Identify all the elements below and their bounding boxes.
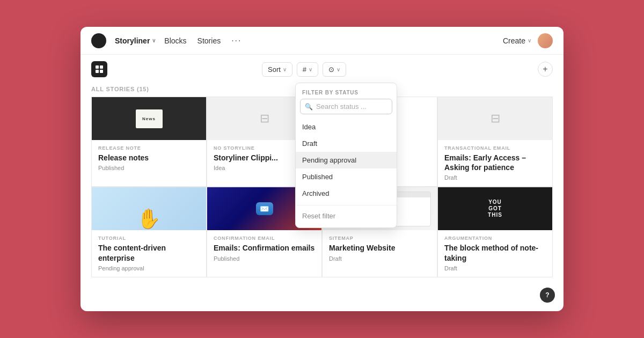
typewriter-img: News: [92, 97, 206, 140]
card-category: Transactional Email: [444, 145, 546, 151]
image-placeholder-icon: ⊟: [260, 112, 269, 126]
card-argumentation[interactable]: YOUGOTTHIS Argumentation The block metho…: [437, 187, 553, 277]
search-icon: 🔍: [305, 103, 313, 111]
card-image-typewriter: News: [92, 97, 206, 140]
logo: [91, 33, 106, 48]
card-category: Argumentation: [444, 236, 546, 241]
card-release-notes[interactable]: News Release Note Release notes Publishe…: [91, 97, 207, 187]
card-status: Pending approval: [98, 265, 200, 271]
grid-icon: [96, 65, 103, 73]
filter-item-draft[interactable]: Draft: [296, 135, 397, 152]
nav-item-stories[interactable]: Stories: [197, 36, 221, 45]
card-title: Marketing Website: [329, 243, 430, 253]
hash-label: #: [303, 65, 306, 74]
filter-item-idea[interactable]: Idea: [296, 119, 397, 135]
header-nav: Blocks Stories ···: [164, 36, 494, 46]
search-input[interactable]: [316, 102, 387, 111]
toolbar: Sort ∨ # ∨ ⊙ ∨ + Filter by status 🔍 Idea…: [80, 55, 564, 84]
card-status: Draft: [329, 255, 430, 262]
dropdown-divider: [296, 205, 397, 205]
status-chevron-icon: ∨: [336, 67, 340, 72]
brand-name: Storyliner: [115, 36, 150, 45]
card-category: Release Note: [98, 145, 200, 151]
filter-item-archived[interactable]: Archived: [296, 185, 397, 202]
card-status: Draft: [444, 265, 546, 271]
create-button[interactable]: Create ∨: [503, 36, 531, 45]
filter-item-published[interactable]: Published: [296, 168, 397, 185]
create-label: Create: [503, 36, 525, 45]
image-placeholder-icon: ⊟: [491, 112, 500, 126]
card-tutorial[interactable]: ✋ Tutorial The content-driven enterprise…: [91, 187, 207, 277]
hash-filter-button[interactable]: # ∨: [297, 62, 318, 77]
card-title: The content-driven enterprise: [98, 243, 200, 262]
ygt-text: YOUGOTTHIS: [488, 199, 502, 218]
create-chevron-icon: ∨: [528, 38, 531, 43]
header-right: Create ∨: [503, 33, 553, 48]
card-status: Published: [98, 165, 200, 171]
add-button[interactable]: +: [538, 62, 553, 77]
filter-dropdown: Filter by status 🔍 Idea Draft Pending ap…: [295, 83, 397, 228]
card-category: Sitemap: [329, 236, 430, 241]
card-image-hand: ✋: [92, 187, 206, 230]
card-category: Tutorial: [98, 236, 200, 241]
help-button[interactable]: ?: [540, 288, 555, 303]
search-container: 🔍: [300, 99, 392, 114]
card-title: Emails: Early Access – Asking for patien…: [444, 153, 546, 172]
sort-chevron-icon: ∨: [283, 67, 287, 72]
hash-chevron-icon: ∨: [309, 67, 312, 72]
grid-view-button[interactable]: [91, 61, 107, 77]
app-window: Storyliner ∨ Blocks Stories ··· Create ∨: [80, 27, 564, 311]
sort-button[interactable]: Sort ∨: [262, 62, 292, 77]
card-image-ygt: YOUGOTTHIS: [438, 187, 552, 230]
hand-icon: ✋: [137, 208, 161, 230]
card-image-transactional: ⊟: [438, 97, 552, 140]
brand[interactable]: Storyliner ∨: [115, 36, 156, 45]
card-body-transactional: Transactional Email Emails: Early Access…: [438, 140, 552, 186]
dropdown-header: Filter by status: [296, 83, 397, 99]
toolbar-filters: Sort ∨ # ∨ ⊙ ∨: [262, 62, 346, 77]
status-filter-icon: ⊙: [328, 65, 334, 74]
brand-chevron-icon: ∨: [152, 38, 156, 43]
reset-filter-button[interactable]: Reset filter: [296, 209, 397, 223]
filter-item-pending[interactable]: Pending approval: [296, 152, 397, 168]
card-transactional-email[interactable]: ⊟ Transactional Email Emails: Early Acce…: [437, 97, 553, 187]
nav-more-icon[interactable]: ···: [231, 36, 241, 46]
card-body-confirmation: Confirmation Email Emails: Confirmation …: [207, 230, 321, 267]
header: Storyliner ∨ Blocks Stories ··· Create ∨: [80, 27, 564, 55]
card-body-release-notes: Release Note Release notes Published: [92, 140, 206, 177]
card-body-tutorial: Tutorial The content-driven enterprise P…: [92, 230, 206, 276]
status-filter-button[interactable]: ⊙ ∨: [323, 62, 346, 77]
ygt-img: YOUGOTTHIS: [438, 187, 552, 230]
card-title: Emails: Confirmation emails: [214, 243, 315, 253]
card-body-argumentation: Argumentation The block method of note-t…: [438, 230, 552, 276]
card-title: Release notes: [98, 153, 200, 163]
card-title: The block method of note-taking: [444, 243, 546, 262]
email-app-icon: ✉️: [256, 202, 273, 215]
avatar[interactable]: [538, 33, 553, 48]
hand-img: ✋: [92, 187, 206, 230]
sort-label: Sort: [268, 65, 281, 74]
card-status: Draft: [444, 174, 546, 181]
card-status: Published: [214, 255, 315, 262]
card-body-sitemap: Sitemap Marketing Website Draft: [323, 230, 437, 267]
typewriter-paper: News: [136, 109, 163, 128]
card-category: Confirmation Email: [214, 236, 315, 241]
nav-item-blocks[interactable]: Blocks: [164, 36, 186, 45]
